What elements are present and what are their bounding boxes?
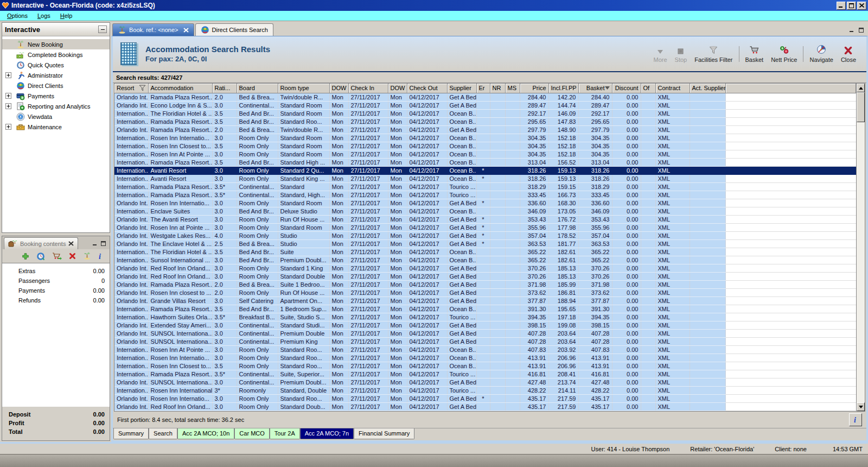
bottom-tab-acc-2a-mco-10n[interactable]: Acc 2A MCO; 10n xyxy=(177,428,234,439)
column-header-discount[interactable]: Discount xyxy=(612,84,641,93)
column-header-of[interactable]: Of xyxy=(641,84,655,93)
maximize-button[interactable] xyxy=(847,2,856,10)
bottom-tab-financial-summary[interactable]: Financial Summary xyxy=(354,428,414,439)
table-row[interactable]: Orlando Int...Red Roof Inn Orland...3.0R… xyxy=(114,272,856,280)
table-row[interactable]: Orlando Int...Rosen Inn at Pointe ...3.0… xyxy=(114,223,856,231)
delete-icon[interactable] xyxy=(69,253,76,260)
column-header-basket[interactable]: Basket xyxy=(578,84,612,93)
holiday-icon[interactable] xyxy=(83,252,91,260)
sidebar-item-quick-quotes[interactable]: Quick Quotes xyxy=(2,60,110,70)
table-row[interactable]: Orlando Int...Red Roof Inn Orland...3.0R… xyxy=(114,402,856,411)
minimize-button[interactable] xyxy=(837,2,846,10)
table-row[interactable]: Internation...Rosen Inn At Pointe ...3.0… xyxy=(114,345,856,354)
vertical-scrollbar[interactable] xyxy=(856,84,865,411)
table-row[interactable]: Internation...Avanti Resort3.0Room OnlyS… xyxy=(114,174,856,182)
column-header-rati[interactable]: Rati... xyxy=(212,84,237,93)
tab-close-icon[interactable] xyxy=(68,241,74,246)
table-row[interactable]: Internation...The Floridian Hotel & ...3… xyxy=(114,109,856,117)
expand-toggle-icon[interactable] xyxy=(5,72,12,78)
close-button[interactable] xyxy=(857,2,866,10)
table-row[interactable]: Orlando Int...Grande Villas Resort3.0Sel… xyxy=(114,296,856,305)
column-header-incl-fl-pp[interactable]: Incl.Fl.PP xyxy=(548,84,578,93)
table-row[interactable]: Internation...Ramada Plaza Resort...3.5*… xyxy=(114,182,856,191)
sidebar-item-maintenance[interactable]: Maintenance xyxy=(2,122,110,132)
bottom-tab-summary[interactable]: Summary xyxy=(113,428,149,439)
column-header-act-supplier[interactable]: Act. Supplier xyxy=(690,84,725,93)
column-header-er[interactable]: Er xyxy=(476,84,490,93)
scroll-up-button[interactable] xyxy=(857,84,865,92)
table-row[interactable]: Orlando Int...Rosen Inn Internatio...3.0… xyxy=(114,199,856,207)
nett-price-button[interactable]: Nett Price xyxy=(767,43,801,65)
table-row[interactable]: Internation...Ramada Plaza Resort...3.5*… xyxy=(114,370,856,378)
sidebar-item-direct-clients[interactable]: Direct Clients xyxy=(2,80,110,91)
table-row[interactable]: Orlando Int...SUNSOL Internationa...3.0C… xyxy=(114,378,856,386)
column-header-nr[interactable]: NR xyxy=(490,84,505,93)
column-header-supplier[interactable]: Supplier xyxy=(447,84,476,93)
transfer-basket-icon[interactable] xyxy=(52,252,62,260)
sidebar-item-completed-bookings[interactable]: Completed Bookings xyxy=(2,49,110,60)
booking-quote-icon[interactable] xyxy=(36,252,45,261)
column-header-dow[interactable]: DOW xyxy=(388,84,407,93)
table-row[interactable]: Internation...Rosen Inn Internatio...3.0… xyxy=(114,354,856,362)
column-header-room-type[interactable]: Room type xyxy=(278,84,329,93)
sidebar-item-payments[interactable]: Payments xyxy=(2,91,110,101)
sidebar-item-administrator[interactable]: Administrator xyxy=(2,70,110,80)
column-header-check-out[interactable]: Check Out xyxy=(407,84,447,93)
bottom-tab-car-mco[interactable]: Car MCO xyxy=(234,428,269,439)
table-row[interactable]: Internation...Ramada Plaza Resort...3.5B… xyxy=(114,158,856,166)
table-row[interactable]: Internation...Avanti Resort3.0Room OnlyS… xyxy=(114,166,856,174)
facilities-filter-button[interactable]: Facilities Filter xyxy=(691,43,736,65)
info-icon[interactable]: i xyxy=(98,253,103,260)
expand-toggle-icon[interactable] xyxy=(5,103,12,109)
table-row[interactable]: Orlando Int...SUNSOL Internationa...3.0C… xyxy=(114,329,856,337)
scroll-down-button[interactable] xyxy=(857,402,865,411)
table-row[interactable]: Internation...Ramada Plaza Resort...3.5B… xyxy=(114,117,856,125)
panel-minimize-icon[interactable] xyxy=(93,241,98,246)
flat-min-icon[interactable] xyxy=(850,28,854,33)
flat-max-icon[interactable] xyxy=(859,28,864,33)
tab-book-ref-none[interactable]: Book. ref.: <none> xyxy=(112,23,194,36)
table-row[interactable]: Orlando Int...SUNSOL Internationa...3.0C… xyxy=(114,337,856,345)
table-row[interactable]: Orlando Int...Ramada Plaza Resort...2.0B… xyxy=(114,93,856,101)
bottom-tab-tour-2a[interactable]: Tour 2A xyxy=(270,428,300,439)
menu-item-help[interactable]: Help xyxy=(55,11,78,20)
sidebar-item-viewdata[interactable]: Viewdata xyxy=(2,111,110,122)
column-header-resort[interactable]: Resort xyxy=(114,84,148,93)
basket-button[interactable]: Basket xyxy=(742,43,768,65)
table-row[interactable]: Internation...Rosen Inn Closest to...3.5… xyxy=(114,362,856,370)
tab-close-icon[interactable] xyxy=(183,28,189,33)
table-row[interactable]: Internation...Ramada Plaza Resort...3.5B… xyxy=(114,305,856,313)
stop-button[interactable]: Stop xyxy=(671,43,691,65)
table-row[interactable]: Orlando Int...Ramada Plaza Resort...2.0B… xyxy=(114,280,856,288)
column-header-price[interactable]: Price xyxy=(520,84,548,93)
table-row[interactable]: Orlando Int...The Avanti Resort3.0Room O… xyxy=(114,215,856,223)
panel-maximize-icon[interactable] xyxy=(101,241,106,246)
menu-item-logs[interactable]: Logs xyxy=(33,11,55,20)
column-header-contract[interactable]: Contract xyxy=(655,84,690,93)
table-row[interactable]: Orlando Int...Westgate Lakes Res...4.0Ro… xyxy=(114,231,856,239)
expand-toggle-icon[interactable] xyxy=(5,124,12,130)
column-header-board[interactable]: Board xyxy=(237,84,278,93)
table-row[interactable]: Internation...Ramada Plaza Resort...3.5*… xyxy=(114,191,856,199)
table-row[interactable]: Orlando Int...Rosen Inn closest to ...2.… xyxy=(114,288,856,296)
funnel-small-icon[interactable] xyxy=(139,85,146,91)
bottom-tab-acc-2a-mco-7n[interactable]: Acc 2A MCO; 7n xyxy=(300,428,354,439)
table-row[interactable]: Internation...Rosen Inn Internatio...3.0… xyxy=(114,134,856,142)
menu-item-options[interactable]: Options xyxy=(2,11,33,20)
add-icon[interactable] xyxy=(22,253,29,260)
table-row[interactable]: Internation...Rosen Inn International3*R… xyxy=(114,386,856,394)
panel-collapse-button[interactable] xyxy=(98,26,107,33)
close-button[interactable]: Close xyxy=(837,43,860,65)
column-header-dow[interactable]: DOW xyxy=(329,84,348,93)
booking-contents-tab[interactable]: Booking contents xyxy=(4,237,78,249)
table-row[interactable]: Internation...Rosen Inn At Pointe ...3.0… xyxy=(114,150,856,158)
tab-direct-clients-search[interactable]: Direct Clients Search xyxy=(195,23,273,36)
sidebar-item-new-booking[interactable]: New Booking xyxy=(2,39,110,49)
table-row[interactable]: Internation...The Floridian Hotel & ...3… xyxy=(114,248,856,256)
table-row[interactable]: Orlando Int...Extended Stay Ameri...3.0C… xyxy=(114,321,856,329)
column-header-accommodation[interactable]: Accommodation xyxy=(148,84,212,93)
sidebar-item-reporting-and-analytics[interactable]: Reporting and Analytics xyxy=(2,101,110,111)
table-row[interactable]: Orlando Int...Red Roof Inn Orland...3.0R… xyxy=(114,264,856,272)
column-header-ms[interactable]: MS xyxy=(505,84,520,93)
table-row[interactable]: Orlando Int...Ramada Plaza Resort...2.0B… xyxy=(114,125,856,134)
